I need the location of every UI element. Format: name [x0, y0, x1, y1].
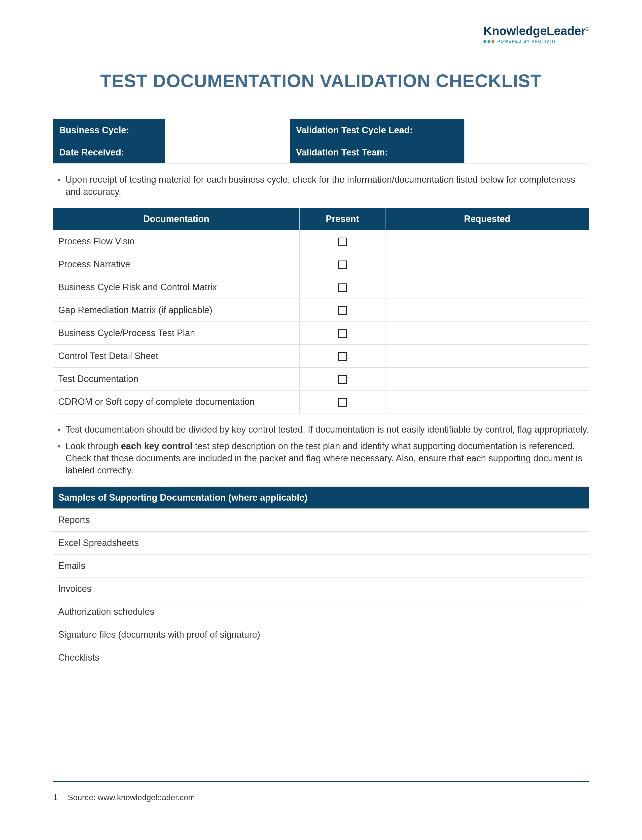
info-value-business-cycle[interactable] [165, 119, 290, 141]
doc-name-cell: Business Cycle Risk and Control Matrix [53, 276, 300, 299]
table-row: Authorization schedules [53, 600, 589, 623]
bullet-item: •Upon receipt of testing material for ea… [53, 174, 589, 198]
table-header-row: Documentation Present Requested [53, 208, 589, 230]
th-present: Present [300, 208, 386, 230]
bullet-icon: • [53, 424, 65, 435]
present-cell [300, 344, 386, 367]
sample-item-cell: Reports [53, 509, 589, 531]
table-row: Signature files (documents with proof of… [53, 623, 589, 646]
brand-block: KnowledgeLeader® POWERED BY PROTIVITI [483, 24, 589, 44]
table-row: Business Cycle Risk and Control Matrix [53, 276, 589, 299]
page-number: 1 [53, 792, 58, 802]
sample-item-cell: Signature files (documents with proof of… [53, 623, 589, 646]
table-row: Reports [53, 509, 589, 531]
sample-item-cell: Invoices [53, 577, 589, 600]
table-row: Invoices [53, 577, 589, 600]
brand-logo-text: KnowledgeLeader® [483, 24, 589, 38]
bullet-item: •Look through each key control test step… [53, 440, 589, 476]
bullet-icon: • [53, 174, 65, 186]
sample-item-cell: Authorization schedules [53, 600, 589, 623]
bullet-item: •Test documentation should be divided by… [53, 424, 589, 435]
footer-source: Source: www.knowledgeleader.com [68, 793, 195, 802]
checkbox-icon[interactable] [338, 237, 347, 246]
present-cell [300, 367, 386, 390]
bullet-text: Look through each key control test step … [65, 440, 589, 476]
checkbox-icon[interactable] [338, 306, 347, 315]
brand-name: KnowledgeLeader [483, 24, 585, 37]
info-label-lead: Validation Test Cycle Lead: [290, 119, 464, 141]
bullet-icon: • [53, 440, 65, 452]
table-row: Process Flow Visio [53, 230, 589, 253]
table-row: Gap Remediation Matrix (if applicable) [53, 299, 589, 322]
info-label-team: Validation Test Team: [290, 141, 464, 164]
doc-name-cell: Gap Remediation Matrix (if applicable) [53, 299, 300, 322]
present-cell [300, 253, 386, 276]
requested-cell[interactable] [385, 344, 589, 367]
brand-powered-by: POWERED BY PROTIVITI [498, 39, 556, 44]
info-label-business-cycle: Business Cycle: [53, 119, 165, 141]
footer-text: 1 Source: www.knowledgeleader.com [53, 792, 589, 802]
checkbox-icon[interactable] [338, 260, 347, 269]
table-row: Business Cycle/Process Test Plan [53, 322, 589, 344]
doc-name-cell: Business Cycle/Process Test Plan [53, 322, 300, 344]
th-samples: Samples of Supporting Documentation (whe… [53, 487, 589, 509]
sample-item-cell: Checklists [53, 646, 589, 669]
table-row: Emails [53, 554, 589, 577]
documentation-table: Documentation Present Requested Process … [53, 208, 589, 413]
info-row: Date Received: Validation Test Team: [53, 141, 589, 164]
info-label-date-received: Date Received: [53, 141, 165, 164]
requested-cell[interactable] [385, 299, 589, 322]
brand-dot-icon [491, 40, 494, 43]
page-title: TEST DOCUMENTATION VALIDATION CHECKLIST [53, 71, 589, 91]
doc-name-cell: Test Documentation [53, 367, 300, 390]
table-row: CDROM or Soft copy of complete documenta… [53, 390, 589, 413]
info-value-date-received[interactable] [165, 141, 290, 164]
brand-reg-mark: ® [585, 26, 589, 32]
table-header-row: Samples of Supporting Documentation (whe… [53, 487, 589, 509]
table-row: Process Narrative [53, 253, 589, 276]
brand-subline: POWERED BY PROTIVITI [483, 39, 589, 44]
checkbox-icon[interactable] [338, 329, 347, 338]
th-requested: Requested [385, 208, 589, 230]
checkbox-icon[interactable] [338, 283, 347, 292]
doc-name-cell: CDROM or Soft copy of complete documenta… [53, 390, 300, 413]
checkbox-icon[interactable] [338, 398, 347, 407]
bullet-list-top: •Upon receipt of testing material for ea… [53, 174, 589, 198]
sample-item-cell: Emails [53, 554, 589, 577]
footer-divider [53, 781, 589, 782]
requested-cell[interactable] [385, 390, 589, 413]
checkbox-icon[interactable] [338, 352, 347, 361]
present-cell [300, 299, 386, 322]
table-row: Control Test Detail Sheet [53, 344, 589, 367]
present-cell [300, 230, 386, 253]
brand-dots [483, 40, 494, 43]
table-row: Checklists [53, 646, 589, 669]
brand-dot-icon [483, 40, 486, 43]
doc-name-cell: Process Narrative [53, 253, 300, 276]
brand-dot-icon [487, 40, 490, 43]
footer: 1 Source: www.knowledgeleader.com [53, 781, 589, 802]
doc-name-cell: Process Flow Visio [53, 230, 300, 253]
info-value-team[interactable] [464, 141, 589, 164]
bullet-list-mid: •Test documentation should be divided by… [53, 424, 589, 476]
sample-item-cell: Excel Spreadsheets [53, 531, 589, 554]
present-cell [300, 390, 386, 413]
present-cell [300, 276, 386, 299]
th-documentation: Documentation [53, 208, 300, 230]
table-row: Test Documentation [53, 367, 589, 390]
samples-table: Samples of Supporting Documentation (whe… [53, 486, 589, 669]
requested-cell[interactable] [385, 230, 589, 253]
requested-cell[interactable] [385, 367, 589, 390]
table-row: Excel Spreadsheets [53, 531, 589, 554]
info-value-lead[interactable] [464, 119, 589, 141]
document-page: KnowledgeLeader® POWERED BY PROTIVITI TE… [0, 0, 642, 669]
requested-cell[interactable] [385, 276, 589, 299]
present-cell [300, 322, 386, 344]
bullet-text: Upon receipt of testing material for eac… [65, 174, 589, 198]
bullet-text: Test documentation should be divided by … [65, 424, 589, 435]
requested-cell[interactable] [385, 253, 589, 276]
info-row: Business Cycle: Validation Test Cycle Le… [53, 119, 589, 141]
requested-cell[interactable] [385, 322, 589, 344]
checkbox-icon[interactable] [338, 375, 347, 384]
doc-name-cell: Control Test Detail Sheet [53, 344, 300, 367]
